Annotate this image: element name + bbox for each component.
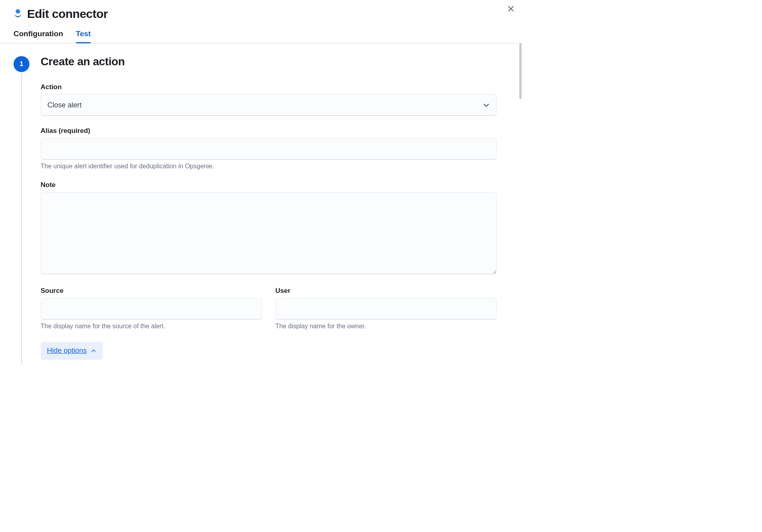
action-label: Action xyxy=(41,83,497,91)
flyout-body: 1 Create an action Action Close alert Al… xyxy=(0,43,523,364)
step-connector-line xyxy=(21,74,22,364)
close-button[interactable] xyxy=(505,2,517,15)
user-help-text: The display name for the owner. xyxy=(275,323,497,330)
alias-field: Alias (required) The unique alert identi… xyxy=(41,127,497,170)
user-input[interactable] xyxy=(275,298,497,320)
page-title: Edit connector xyxy=(27,7,108,21)
alias-label: Alias (required) xyxy=(41,127,497,135)
source-field: Source The display name for the source o… xyxy=(41,287,262,330)
tabs: Configuration Test xyxy=(0,21,523,43)
alias-help-text: The unique alert identifier used for ded… xyxy=(41,163,497,170)
svg-point-0 xyxy=(16,9,20,14)
hide-options-toggle[interactable]: Hide options xyxy=(41,342,103,360)
action-select[interactable]: Close alert xyxy=(41,94,497,116)
close-icon xyxy=(508,6,514,12)
step-title: Create an action xyxy=(41,55,497,68)
edit-connector-flyout: Edit connector Configuration Test 1 Crea… xyxy=(0,0,523,366)
alias-input[interactable] xyxy=(41,138,497,160)
step-number-badge: 1 xyxy=(14,56,29,72)
flyout-header: Edit connector xyxy=(0,0,523,21)
tab-test[interactable]: Test xyxy=(76,29,91,43)
source-help-text: The display name for the source of the a… xyxy=(41,323,262,330)
note-field: Note xyxy=(41,181,497,276)
scrollbar-thumb[interactable] xyxy=(519,43,522,99)
opsgenie-icon xyxy=(14,9,22,19)
tab-configuration[interactable]: Configuration xyxy=(14,29,63,43)
chevron-down-icon xyxy=(483,101,490,109)
note-label: Note xyxy=(41,181,497,189)
user-field: User The display name for the owner. xyxy=(275,287,497,330)
chevron-up-icon xyxy=(91,348,96,354)
source-input[interactable] xyxy=(41,298,262,320)
source-label: Source xyxy=(41,287,262,295)
note-textarea[interactable] xyxy=(41,192,497,274)
hide-options-label: Hide options xyxy=(47,347,87,355)
action-select-value: Close alert xyxy=(47,101,82,109)
user-label: User xyxy=(275,287,497,295)
action-field: Action Close alert xyxy=(41,83,497,116)
